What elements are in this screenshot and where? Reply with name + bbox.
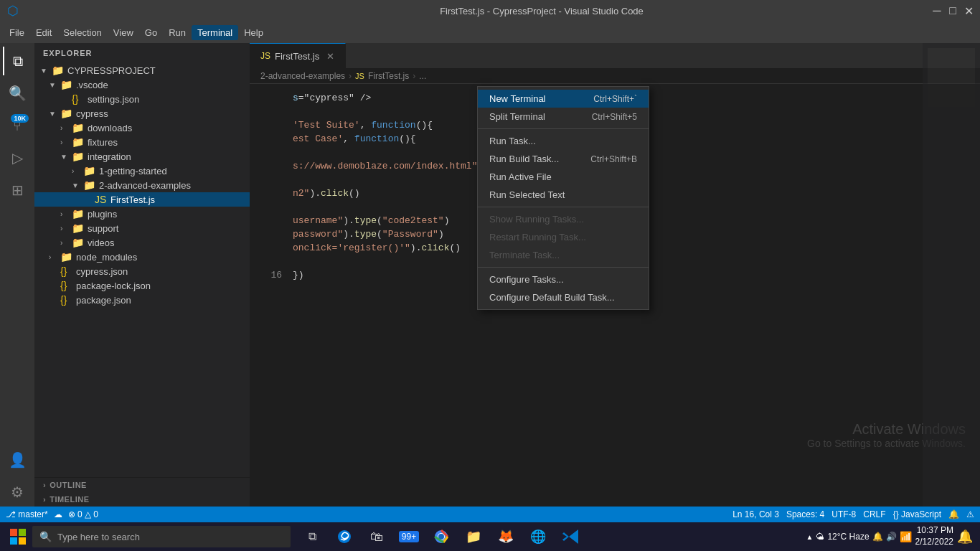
menu-edit[interactable]: Edit	[30, 25, 57, 40]
menu-go[interactable]: Go	[139, 25, 163, 40]
sidebar-header: EXPLORER	[34, 43, 250, 63]
start-button[interactable]	[4, 522, 32, 551]
menu-item-run-task[interactable]: Run Task...	[478, 132, 649, 150]
tray-icon-speaker[interactable]: 🔊	[886, 532, 897, 542]
folder-icon: 📁	[72, 237, 85, 248]
menu-section-1: New Terminal Ctrl+Shift+` Split Terminal…	[478, 87, 649, 129]
source-control-badge: 10K	[11, 114, 29, 123]
svg-rect-3	[19, 537, 26, 545]
extensions-activity-icon[interactable]: ⊞	[3, 176, 32, 204]
menu-item-configure-tasks[interactable]: Configure Tasks...	[478, 270, 649, 288]
tree-item-cypressproject[interactable]: ▼ 📁 CYPRESSPROJECT	[34, 63, 250, 77]
store-taskbar-icon[interactable]: 🛍	[362, 522, 391, 551]
tree-item-package-json[interactable]: {} package.json	[34, 293, 250, 307]
menu-item-run-selected-text[interactable]: Run Selected Text	[478, 186, 649, 204]
source-control-activity-icon[interactable]: ⑂ 10K	[3, 111, 32, 140]
tree-item-firsttest-js[interactable]: JS FirstTest.js	[34, 192, 250, 207]
cursor-position-status[interactable]: Ln 16, Col 3	[732, 509, 779, 519]
editor-tab-firsttest[interactable]: JS FirstTest.js ✕	[250, 43, 346, 68]
settings-activity-icon[interactable]: ⚙	[3, 478, 32, 507]
status-bar-left: ⎇ master* ☁ ⊗ 0 △ 0	[6, 509, 98, 519]
menu-item-run-active-file[interactable]: Run Active File	[478, 168, 649, 186]
search-activity-icon[interactable]: 🔍	[3, 79, 32, 108]
firefox-taskbar-icon[interactable]: 🦊	[491, 522, 520, 551]
folder-icon: 📁	[60, 108, 73, 119]
json-icon: {}	[60, 280, 73, 291]
cloud-status[interactable]: ☁	[54, 509, 62, 519]
tree-item-1-getting-started[interactable]: › 📁 1-getting-started	[34, 164, 250, 178]
taskbar-icons: ⧉ 🛍 99+ 📁 🦊	[298, 522, 585, 551]
tree-item-cypress-json[interactable]: {} cypress.json	[34, 264, 250, 278]
json-icon: {}	[60, 294, 73, 306]
menu-item-new-terminal[interactable]: New Terminal Ctrl+Shift+`	[478, 90, 649, 108]
terminal-dropdown-menu: New Terminal Ctrl+Shift+` Split Terminal…	[477, 86, 649, 310]
minimize-button[interactable]: ─	[933, 6, 941, 15]
clock-date: 2/12/2022	[915, 537, 953, 548]
tree-item-support[interactable]: › 📁 support	[34, 221, 250, 235]
menu-section-4: Configure Tasks... Configure Default Bui…	[478, 268, 649, 309]
spaces-status[interactable]: Spaces: 4	[786, 509, 824, 519]
tree-item-downloads[interactable]: › 📁 downloads	[34, 121, 250, 135]
folder-icon: 📁	[72, 122, 85, 133]
title-bar: ⬡ FirstTest.js - CypressProject - Visual…	[0, 0, 980, 22]
tree-item-cypress[interactable]: ▼ 📁 cypress	[34, 106, 250, 121]
tray-expand-icon[interactable]: ▲	[806, 533, 814, 541]
menu-view[interactable]: View	[108, 25, 139, 40]
extra-taskbar-icon[interactable]: 99+	[395, 522, 423, 551]
network-taskbar-icon[interactable]: 🌐	[524, 522, 552, 551]
account-activity-icon[interactable]: 👤	[3, 446, 32, 474]
explorer-activity-icon[interactable]: ⧉	[3, 47, 32, 75]
menu-run[interactable]: Run	[163, 25, 192, 40]
editor-tabs: JS FirstTest.js ✕	[250, 43, 980, 68]
folder-icon: 📁	[60, 79, 73, 90]
menu-selection[interactable]: Selection	[57, 25, 107, 40]
folder-icon: 📁	[83, 165, 96, 176]
tray-icon-notification[interactable]: 🔔	[872, 532, 883, 542]
tray-icon-network[interactable]: 📶	[900, 531, 912, 542]
minimap	[923, 43, 980, 507]
timeline-panel[interactable]: › TIMELINE	[34, 492, 250, 507]
folder-icon: 📁	[60, 251, 73, 263]
notification-bell-status[interactable]: 🔔	[948, 509, 959, 519]
search-bar[interactable]: 🔍 Type here to search	[32, 526, 291, 547]
menu-item-restart-running-task: Restart Running Task...	[478, 228, 649, 246]
git-branch-status[interactable]: ⎇ master*	[6, 509, 48, 519]
edge-taskbar-icon[interactable]	[330, 522, 359, 551]
line-ending-status[interactable]: CRLF	[863, 509, 885, 519]
chrome-taskbar-icon[interactable]	[427, 522, 456, 551]
tree-item-node-modules[interactable]: › 📁 node_modules	[34, 250, 250, 264]
task-view-taskbar-icon[interactable]: ⧉	[298, 522, 326, 551]
notification-center-icon[interactable]: 🔔	[957, 529, 973, 545]
menu-terminal[interactable]: Terminal	[192, 25, 238, 40]
svg-rect-0	[10, 529, 17, 536]
tree-item-videos[interactable]: › 📁 videos	[34, 235, 250, 250]
menu-file[interactable]: File	[4, 25, 30, 40]
tree-item-2-advanced-examples[interactable]: ▼ 📁 2-advanced-examples	[34, 178, 250, 192]
tree-item-integration[interactable]: ▼ 📁 integration	[34, 149, 250, 164]
menu-section-2: Run Task... Run Build Task... Ctrl+Shift…	[478, 129, 649, 207]
menu-item-run-build-task[interactable]: Run Build Task... Ctrl+Shift+B	[478, 150, 649, 168]
system-clock[interactable]: 10:37 PM 2/12/2022	[915, 525, 953, 547]
menu-help[interactable]: Help	[238, 25, 269, 40]
file-manager-taskbar-icon[interactable]: 📁	[459, 522, 488, 551]
weather-display: 12°C Haze	[827, 532, 869, 542]
tree-item-fixtures[interactable]: › 📁 fixtures	[34, 135, 250, 149]
outline-panel[interactable]: › OUTLINE	[34, 478, 250, 492]
vscode-taskbar-icon[interactable]	[556, 522, 585, 551]
breadcrumb: 2-advanced-examples › JS FirstTest.js › …	[250, 68, 980, 84]
errors-warnings-status[interactable]: ⊗ 0 △ 0	[68, 509, 98, 519]
tree-item-settings-json[interactable]: {} settings.json	[34, 92, 250, 106]
tree-item-vscode[interactable]: ▼ 📁 .vscode	[34, 77, 250, 92]
run-debug-activity-icon[interactable]: ▷	[3, 143, 32, 172]
language-mode-status[interactable]: {} JavaScript	[893, 509, 941, 519]
tree-item-plugins[interactable]: › 📁 plugins	[34, 207, 250, 221]
menu-item-configure-default-build-task[interactable]: Configure Default Build Task...	[478, 288, 649, 306]
menu-item-show-running-tasks: Show Running Tasks...	[478, 210, 649, 228]
clock-time: 10:37 PM	[915, 525, 953, 537]
warning-status[interactable]: ⚠	[966, 509, 974, 519]
close-button[interactable]: ✕	[964, 6, 973, 15]
maximize-button[interactable]: □	[948, 6, 957, 15]
encoding-status[interactable]: UTF-8	[831, 509, 856, 519]
menu-item-split-terminal[interactable]: Split Terminal Ctrl+Shift+5	[478, 108, 649, 126]
tree-item-package-lock-json[interactable]: {} package-lock.json	[34, 278, 250, 293]
